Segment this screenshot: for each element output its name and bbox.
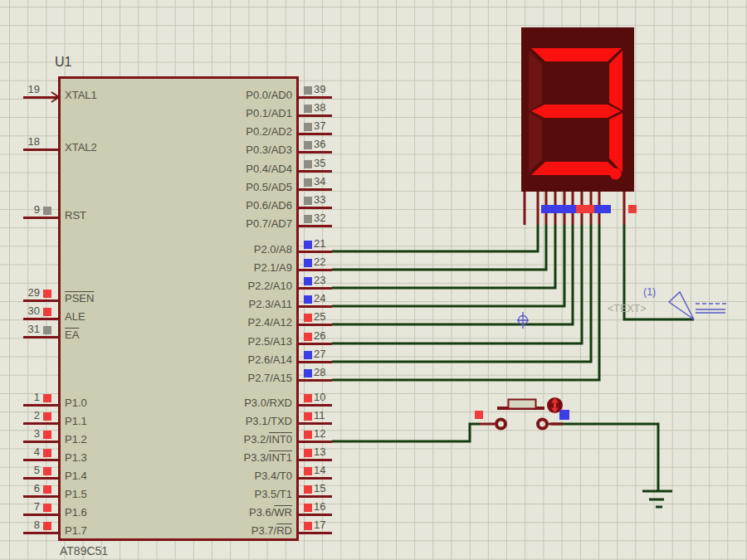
pin-number: 12 xyxy=(314,428,347,440)
pin-stub[interactable] xyxy=(299,514,332,516)
pin-stub[interactable] xyxy=(299,207,332,209)
pin-number: 6 xyxy=(2,483,40,494)
pin-stub[interactable] xyxy=(23,96,58,99)
pin-stub[interactable] xyxy=(299,422,332,425)
generator-label[interactable]: <TEXT> xyxy=(608,303,647,314)
pin-stub[interactable] xyxy=(23,422,58,425)
pin-stub[interactable] xyxy=(299,269,332,271)
pin-name: P0.3/AD3 xyxy=(158,144,292,156)
logic-state-square xyxy=(541,205,576,213)
pin-stub[interactable] xyxy=(23,217,58,219)
pin-name: P1.4 xyxy=(65,470,164,482)
pin-state-square xyxy=(43,431,51,439)
pin-number: 2 xyxy=(2,410,40,421)
segment-g xyxy=(531,105,621,118)
button-cap[interactable] xyxy=(509,400,536,409)
wire[interactable] xyxy=(332,225,591,362)
pin-stub[interactable] xyxy=(299,532,332,534)
pin-name: XTAL2 xyxy=(65,142,164,153)
pin-stub[interactable] xyxy=(299,133,332,135)
pin-stub[interactable] xyxy=(23,149,58,151)
pin-name: P0.1/AD1 xyxy=(158,108,292,119)
pin-stub[interactable] xyxy=(23,459,58,461)
pin-state-square xyxy=(304,314,312,322)
pin-number: 38 xyxy=(314,102,347,114)
pin-state-square xyxy=(43,467,51,475)
arrow-down-icon xyxy=(551,408,559,413)
pin-state-square xyxy=(43,412,51,421)
pin-stub[interactable] xyxy=(23,532,58,534)
pin-stub[interactable] xyxy=(299,114,332,117)
wire[interactable] xyxy=(332,225,564,306)
pin-name: P3.1/TXD xyxy=(158,416,292,427)
pin-name: P2.7/A15 xyxy=(158,373,292,384)
logic-state-generator[interactable] xyxy=(669,292,727,319)
pin-number: 4 xyxy=(2,446,40,458)
generator-value: (1) xyxy=(643,286,656,298)
pin-number: 35 xyxy=(314,158,347,169)
pin-number: 23 xyxy=(314,275,347,286)
pin-name: P3.6/WR xyxy=(158,507,292,519)
push-button[interactable] xyxy=(496,397,563,429)
pin-state-square xyxy=(43,326,51,334)
pin-stub[interactable] xyxy=(299,96,332,99)
pin-stub[interactable] xyxy=(23,477,58,480)
pin-number: 34 xyxy=(314,176,347,187)
pin-stub[interactable] xyxy=(299,251,332,253)
pin-state-square xyxy=(304,123,312,131)
seven-segment-display[interactable] xyxy=(521,27,634,192)
wire[interactable] xyxy=(332,225,538,251)
pin-name: P1.3 xyxy=(65,452,164,464)
pin-stub[interactable] xyxy=(299,324,332,326)
button-actuator[interactable] xyxy=(547,397,563,413)
pin-name: PSEN xyxy=(65,293,164,304)
pin-name: P1.2 xyxy=(65,434,164,446)
wire[interactable] xyxy=(332,225,582,343)
pin-stub[interactable] xyxy=(299,287,332,290)
pin-stub[interactable] xyxy=(23,318,58,320)
pin-stub[interactable] xyxy=(299,343,332,345)
pin-stub[interactable] xyxy=(299,361,332,363)
pin-number: 9 xyxy=(2,204,40,216)
pin-stub[interactable] xyxy=(23,514,58,516)
wire[interactable] xyxy=(332,225,555,288)
pin-stub[interactable] xyxy=(299,379,332,382)
wire[interactable] xyxy=(332,424,480,441)
pin-state-square xyxy=(304,485,312,494)
pin-name: ALE xyxy=(65,311,164,323)
ground-symbol[interactable] xyxy=(642,491,672,507)
pin-stub[interactable] xyxy=(299,441,332,443)
pin-stub[interactable] xyxy=(299,188,332,191)
pin-stub[interactable] xyxy=(299,225,332,227)
pin-stub[interactable] xyxy=(299,477,332,480)
pin-state-square xyxy=(304,467,312,475)
wire[interactable] xyxy=(332,225,599,380)
pin-stub[interactable] xyxy=(299,170,332,173)
pin-state-square xyxy=(304,277,312,285)
actuator-circle[interactable] xyxy=(547,397,563,413)
pin-state-square xyxy=(304,369,312,377)
wire[interactable] xyxy=(551,424,658,491)
pin-stub[interactable] xyxy=(23,299,58,302)
pin-stub[interactable] xyxy=(299,495,332,498)
pin-stub[interactable] xyxy=(299,305,332,308)
pin-stub[interactable] xyxy=(23,495,58,498)
pin-stub[interactable] xyxy=(299,151,332,153)
pin-stub[interactable] xyxy=(299,404,332,407)
pin-stub[interactable] xyxy=(23,336,58,338)
pin-number: 39 xyxy=(314,84,347,95)
pin-stub[interactable] xyxy=(23,404,58,407)
pin-stub[interactable] xyxy=(23,441,58,443)
pin-number: 25 xyxy=(314,311,347,323)
wire[interactable] xyxy=(332,225,546,270)
pin-number: 28 xyxy=(314,367,347,378)
pin-stub[interactable] xyxy=(299,459,332,461)
pin-name: P2.2/A10 xyxy=(158,280,292,292)
pin-number: 29 xyxy=(2,287,40,299)
pin-number: 32 xyxy=(314,212,347,224)
wire[interactable] xyxy=(332,225,573,324)
pin-name: P3.7/RD xyxy=(158,525,292,537)
segment-c xyxy=(609,113,622,173)
chip-refdes: U1 xyxy=(55,55,71,70)
pin-name: P1.5 xyxy=(65,489,164,500)
